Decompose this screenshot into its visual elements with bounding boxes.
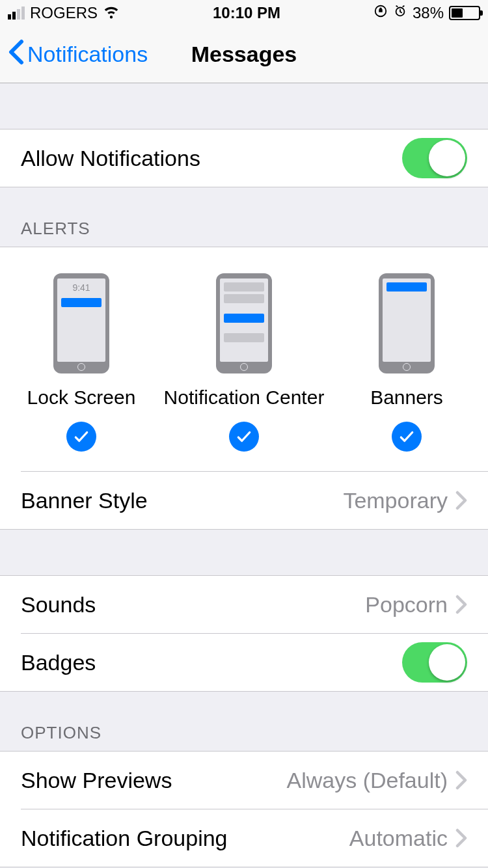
wifi-icon xyxy=(103,3,120,23)
sounds-label: Sounds xyxy=(21,592,96,617)
row-badges[interactable]: Badges xyxy=(0,634,488,691)
chevron-right-icon xyxy=(455,828,467,848)
allow-label: Allow Notifications xyxy=(21,146,200,171)
row-notification-grouping[interactable]: Notification Grouping Automatic xyxy=(0,809,488,867)
row-show-previews[interactable]: Show Previews Always (Default) xyxy=(0,752,488,809)
alerts-header: ALERTS xyxy=(0,187,488,247)
chevron-right-icon xyxy=(455,770,467,790)
check-icon xyxy=(73,428,90,445)
status-right: 38% xyxy=(373,4,480,22)
group-alerts: 9:41 Lock Screen xyxy=(0,247,488,530)
alert-banners[interactable]: Banners xyxy=(326,273,487,452)
spacer xyxy=(0,83,488,129)
nav-bar: Notifications Messages xyxy=(0,26,488,83)
chevron-left-icon xyxy=(8,39,25,70)
back-button[interactable]: Notifications xyxy=(0,39,148,70)
show-previews-value: Always (Default) xyxy=(286,768,448,793)
banner-style-value: Temporary xyxy=(343,488,448,513)
notification-grouping-value: Automatic xyxy=(349,826,448,851)
back-label: Notifications xyxy=(27,42,148,67)
battery-pct: 38% xyxy=(413,4,444,22)
notification-center-diagram xyxy=(216,273,272,373)
row-allow-notifications[interactable]: Allow Notifications xyxy=(0,129,488,187)
alarm-icon xyxy=(393,4,407,22)
carrier-label: ROGERS xyxy=(30,4,98,22)
spacer xyxy=(0,530,488,575)
row-banner-style[interactable]: Banner Style Temporary xyxy=(0,472,488,529)
orientation-lock-icon xyxy=(373,4,388,22)
sounds-value: Popcorn xyxy=(365,592,448,617)
chevron-right-icon xyxy=(455,595,467,614)
alert-notification-center[interactable]: Notification Center xyxy=(163,273,325,452)
allow-switch[interactable] xyxy=(402,138,467,178)
chevron-right-icon xyxy=(455,491,467,510)
status-bar: ROGERS 10:10 PM 38% xyxy=(0,0,488,26)
row-sounds[interactable]: Sounds Popcorn xyxy=(0,576,488,633)
group-options: Show Previews Always (Default) Notificat… xyxy=(0,751,488,867)
status-time: 10:10 PM xyxy=(213,4,280,22)
lock-screen-label: Lock Screen xyxy=(27,387,136,409)
lock-screen-check[interactable] xyxy=(66,422,96,452)
group-allow: Allow Notifications xyxy=(0,129,488,187)
check-icon xyxy=(236,428,252,445)
alerts-options: 9:41 Lock Screen xyxy=(0,247,488,471)
status-left: ROGERS xyxy=(8,3,120,23)
badges-label: Badges xyxy=(21,650,96,675)
banners-diagram xyxy=(379,273,435,373)
group-sounds-badges: Sounds Popcorn Badges xyxy=(0,575,488,692)
banners-check[interactable] xyxy=(392,422,422,452)
badges-switch[interactable] xyxy=(402,642,467,683)
alert-lock-screen[interactable]: 9:41 Lock Screen xyxy=(1,273,162,452)
notification-grouping-label: Notification Grouping xyxy=(21,826,228,851)
banners-label: Banners xyxy=(370,387,443,409)
preview-time: 9:41 xyxy=(61,282,102,293)
signal-icon xyxy=(8,7,25,20)
notification-center-label: Notification Center xyxy=(164,387,325,409)
notification-center-check[interactable] xyxy=(229,422,259,452)
battery-icon xyxy=(449,6,480,20)
lock-screen-diagram: 9:41 xyxy=(53,273,109,373)
check-icon xyxy=(398,428,415,445)
options-header: OPTIONS xyxy=(0,692,488,751)
banner-style-label: Banner Style xyxy=(21,488,148,513)
show-previews-label: Show Previews xyxy=(21,768,172,793)
